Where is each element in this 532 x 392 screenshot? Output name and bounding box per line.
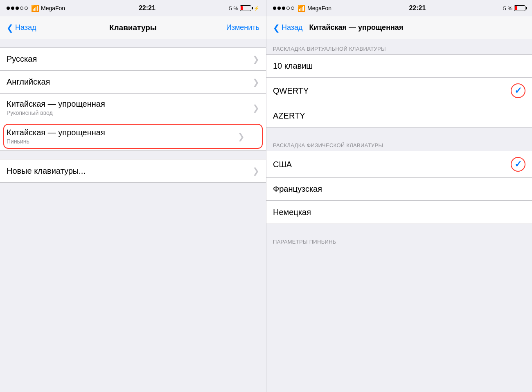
usa-check-circle: ✓ <box>511 157 525 172</box>
item-content: Китайская — упрощенная Пиньинь <box>7 128 105 145</box>
item-title: Английская <box>7 77 50 87</box>
spacer-virtual <box>266 128 532 136</box>
carrier-name: MegaFon <box>41 5 65 11</box>
panel-keyboards: 📶 MegaFon 22:21 5 % ⚡ ❮ Назад Клавиатуры… <box>0 0 266 392</box>
dot2 <box>11 7 14 10</box>
dot4 <box>286 7 290 10</box>
wifi-icon: 📶 <box>31 4 39 12</box>
signal-dots <box>273 7 294 10</box>
nav-bar-chinese: ❮ Назад Китайская — упрощенная <box>266 16 532 39</box>
battery-outline <box>514 5 525 11</box>
battery-icon <box>240 5 251 11</box>
wifi-icon: 📶 <box>298 4 306 12</box>
spacer-top <box>0 39 266 47</box>
nav-title-keyboards: Клавиатуры <box>109 23 157 32</box>
chevron-icon: ❯ <box>252 166 259 176</box>
section-header-pinyin: ПАРАМЕТРЫ ПИНЬИНЬ <box>266 232 532 247</box>
dot4 <box>20 7 23 10</box>
item-title: Французская <box>273 184 322 194</box>
layout-usa[interactable]: США ✓ <box>266 151 532 178</box>
back-button[interactable]: ❮ Назад <box>273 23 303 32</box>
dot5 <box>25 7 28 10</box>
battery-fill <box>241 6 243 10</box>
qwerty-check-circle: ✓ <box>511 83 525 98</box>
nav-bar-keyboards: ❮ Назад Клавиатуры Изменить <box>0 16 266 39</box>
nav-title-chinese: Китайская — упрощенная <box>309 23 404 32</box>
carrier-name: MegaFon <box>307 5 331 11</box>
physical-keyboard-list: США ✓ Французская Немецкая <box>266 151 532 224</box>
status-right: 5 % <box>503 5 525 11</box>
battery-outline <box>240 5 251 11</box>
keyboard-item-chinese-handwrite[interactable]: Китайская — упрощенная Рукописный ввод ❯ <box>0 94 266 122</box>
item-title: Немецкая <box>273 208 311 217</box>
item-content: Новые клавиатуры... <box>7 166 86 176</box>
dot5 <box>291 7 294 10</box>
keyboard-item-english[interactable]: Английская ❯ <box>0 71 266 94</box>
layout-german[interactable]: Немецкая <box>266 201 532 224</box>
back-button[interactable]: ❮ Назад <box>7 23 36 32</box>
chevron-icon: ❯ <box>238 132 245 141</box>
checkmark-icon: ✓ <box>514 85 522 96</box>
layout-azerty[interactable]: AZERTY <box>266 104 532 127</box>
keyboard-item-russian[interactable]: Русская ❯ <box>0 48 266 71</box>
battery-fill <box>515 6 517 10</box>
status-right: 5 % ⚡ <box>229 5 259 11</box>
layout-qwerty[interactable]: QWERTY ✓ <box>266 78 532 104</box>
virtual-keyboard-list: 10 клавиш QWERTY ✓ AZERTY <box>266 54 532 128</box>
item-title: AZERTY <box>273 111 305 121</box>
dot2 <box>277 7 281 10</box>
add-keyboard-item[interactable]: Новые клавиатуры... ❯ <box>0 159 266 182</box>
panel-chinese-simplified: 📶 MegaFon 22:21 5 % ❮ Назад Китайская — … <box>266 0 532 392</box>
spacer-physical <box>266 224 532 232</box>
keyboards-list: Русская ❯ Английская ❯ Китайская — упрощ… <box>0 47 266 151</box>
back-label: Назад <box>282 23 303 32</box>
item-title: QWERTY <box>273 86 309 96</box>
chevron-icon: ❯ <box>252 54 259 64</box>
item-title: США <box>273 160 292 169</box>
status-left: 📶 MegaFon <box>273 4 331 12</box>
section-header-virtual: РАСКЛАДКА ВИРТУАЛЬНОЙ КЛАВИАТУРЫ <box>266 39 532 54</box>
item-content: Китайская — упрощенная Рукописный ввод <box>7 99 105 116</box>
item-title: Китайская — упрощенная <box>7 128 105 137</box>
layout-french[interactable]: Французская <box>266 178 532 201</box>
dot3 <box>282 7 285 10</box>
status-bar-right: 📶 MegaFon 22:21 5 % <box>266 0 532 16</box>
add-keyboard-section: Новые клавиатуры... ❯ <box>0 159 266 183</box>
back-chevron-icon: ❮ <box>7 24 14 32</box>
item-subtitle: Рукописный ввод <box>7 110 105 116</box>
edit-button[interactable]: Изменить <box>226 23 259 32</box>
section-header-physical: РАСКЛАДКА ФИЗИЧЕСКОЙ КЛАВИАТУРЫ <box>266 136 532 151</box>
item-title: Китайская — упрощенная <box>7 99 105 109</box>
chevron-icon: ❯ <box>252 77 259 87</box>
signal-dots <box>7 7 28 10</box>
dot1 <box>273 7 276 10</box>
layout-10keys[interactable]: 10 клавиш <box>266 55 532 78</box>
item-content: Русская <box>7 54 37 64</box>
battery-percent: 5 % <box>229 5 238 11</box>
chevron-icon: ❯ <box>252 103 259 113</box>
checkmark-icon: ✓ <box>514 159 522 170</box>
status-left: 📶 MegaFon <box>7 4 65 12</box>
dot3 <box>16 7 19 10</box>
battery-percent: 5 % <box>503 5 512 11</box>
keyboard-item-chinese-pinyin[interactable]: Китайская — упрощенная Пиньинь ❯ <box>0 122 266 150</box>
item-title: 10 клавиш <box>273 61 313 71</box>
add-keyboard-title: Новые клавиатуры... <box>7 166 86 176</box>
back-chevron-icon: ❮ <box>273 24 280 32</box>
spacer-mid <box>0 151 266 159</box>
item-content: Английская <box>7 77 50 87</box>
item-title: Русская <box>7 54 37 64</box>
status-bar-left: 📶 MegaFon 22:21 5 % ⚡ <box>0 0 266 16</box>
dot1 <box>7 7 10 10</box>
item-subtitle: Пиньинь <box>7 138 105 145</box>
back-label: Назад <box>15 23 36 32</box>
battery-icon <box>514 5 525 11</box>
status-time: 22:21 <box>409 4 426 12</box>
lightning-icon: ⚡ <box>254 6 259 11</box>
status-time: 22:21 <box>139 4 156 12</box>
